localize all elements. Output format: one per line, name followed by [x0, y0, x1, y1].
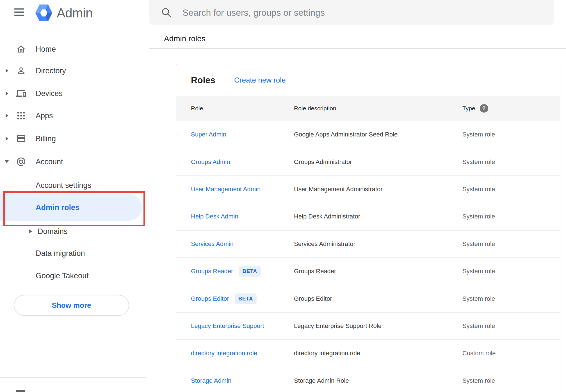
expand-arrow-icon[interactable] [6, 92, 8, 95]
sidebar-item-devices[interactable]: Devices [0, 86, 144, 101]
app-title: Admin [57, 4, 93, 21]
help-icon[interactable]: ? [480, 104, 488, 113]
role-description: directory integration role [294, 350, 360, 357]
at-sign-icon [16, 157, 26, 167]
home-icon [16, 44, 26, 54]
role-link[interactable]: Services Admin [191, 240, 234, 248]
role-type: System role [462, 377, 495, 384]
table-row: Groups Reader BETA Groups Reader System … [176, 258, 560, 285]
sidebar-item-label: Account [36, 158, 63, 166]
devices-icon [16, 88, 26, 99]
sidebar-item-admin-roles[interactable]: Admin roles [0, 200, 144, 215]
role-link[interactable]: Storage Admin [191, 377, 231, 384]
expand-arrow-icon[interactable] [6, 137, 8, 141]
sidebar-item-label: Domains [38, 227, 68, 236]
column-header-description: Role description [294, 105, 336, 112]
sidebar-item-google-takeout[interactable]: Google Takeout [0, 269, 144, 283]
role-description: Groups Reader [294, 268, 336, 275]
admin-console-page: Admin Home Directory Devices Apps [0, 0, 566, 392]
sidebar-item-domains[interactable]: Domains [0, 224, 144, 238]
person-icon [16, 66, 26, 76]
sidebar-item-label: Home [36, 45, 56, 54]
role-description: Storage Admin Role [294, 377, 349, 384]
sidebar-item-label: Data migration [36, 249, 85, 258]
role-type: System role [462, 322, 495, 330]
roles-card: Roles Create new role Role Role descript… [176, 64, 560, 392]
show-more-button[interactable]: Show more [14, 295, 129, 316]
table-header-row: Role Role description Type ? [176, 96, 560, 121]
sidebar-item-apps[interactable]: Apps [0, 109, 144, 123]
sidebar-item-label: Devices [36, 89, 63, 98]
apps-grid-icon [16, 111, 26, 121]
search-input[interactable] [182, 0, 537, 25]
sidebar-item-label: Admin roles [36, 203, 79, 212]
sidebar-item-home[interactable]: Home [0, 42, 144, 56]
role-link[interactable]: Groups Admin [191, 158, 230, 166]
table-row: Groups Editor BETA Groups Editor System … [176, 285, 560, 312]
role-link[interactable]: User Management Admin [191, 186, 261, 193]
role-description: Legacy Enterprise Support Role [294, 322, 382, 330]
sidebar-item-data-migration[interactable]: Data migration [0, 246, 144, 260]
table-row: Help Desk Admin Help Desk Administrator … [176, 203, 560, 230]
table-row: User Management Admin User Management Ad… [176, 176, 560, 203]
table-row: Legacy Enterprise Support Legacy Enterpr… [176, 313, 560, 340]
collapse-arrow-icon[interactable] [5, 160, 9, 163]
search-icon [161, 7, 172, 18]
hamburger-menu-icon[interactable] [14, 8, 24, 16]
role-type: System role [462, 268, 495, 275]
role-type: System role [462, 158, 495, 166]
table-row: Super Admin Google Apps Administrator Se… [176, 121, 560, 148]
card-title: Roles [191, 75, 215, 85]
table-row: Services Admin Services Administrator Sy… [176, 231, 560, 258]
role-type: System role [462, 295, 495, 302]
cutoff-sidebar-icon [16, 390, 25, 392]
sidebar-item-account-settings[interactable]: Account settings [0, 178, 144, 192]
beta-badge: BETA [235, 293, 257, 304]
role-type: System role [462, 131, 495, 138]
table-row: Groups Admin Groups Administrator System… [176, 148, 560, 176]
breadcrumb: Admin roles [164, 33, 206, 44]
role-description: Services Administrator [294, 240, 355, 248]
sidebar-item-label: Apps [36, 111, 53, 120]
role-description: Help Desk Administrator [294, 213, 360, 220]
expand-arrow-icon[interactable] [6, 114, 8, 118]
sidebar-item-account[interactable]: Account [0, 155, 144, 169]
role-link[interactable]: Groups Reader [191, 268, 233, 275]
sidebar-item-billing[interactable]: Billing [0, 132, 144, 146]
sidebar-item-directory[interactable]: Directory [0, 64, 144, 78]
role-type: Custom role [462, 350, 496, 357]
beta-badge: BETA [239, 266, 261, 277]
role-link[interactable]: directory integration role [191, 350, 257, 357]
header-divider [149, 48, 566, 49]
role-description: Google Apps Administrator Seed Role [294, 131, 398, 138]
table-row: directory integration role directory int… [176, 340, 560, 367]
role-description: Groups Editor [294, 295, 332, 302]
credit-card-icon [16, 134, 26, 144]
roles-card-titlebar: Roles Create new role [176, 64, 560, 96]
column-header-role: Role [191, 105, 203, 112]
admin-hexagon-logo-icon [35, 4, 52, 21]
sidebar-item-label: Billing [36, 135, 56, 143]
search-bar[interactable] [149, 0, 554, 25]
role-link[interactable]: Groups Editor [191, 295, 229, 302]
create-new-role-link[interactable]: Create new role [234, 76, 286, 85]
role-description: User Management Administrator [294, 186, 382, 193]
role-link[interactable]: Super Admin [191, 131, 226, 138]
expand-arrow-icon[interactable] [6, 69, 8, 73]
column-header-type-label: Type [462, 105, 475, 112]
role-link[interactable]: Help Desk Admin [191, 213, 238, 220]
sidebar-divider [0, 377, 146, 378]
sidebar-item-label: Directory [36, 67, 66, 75]
table-row: Storage Admin Storage Admin Role System … [176, 367, 560, 392]
role-type: System role [462, 213, 495, 220]
sidebar-item-label: Account settings [36, 181, 91, 190]
sidebar-item-label: Google Takeout [36, 272, 89, 280]
role-description: Groups Administrator [294, 158, 352, 166]
role-type: System role [462, 240, 495, 248]
role-type: System role [462, 186, 495, 193]
expand-arrow-icon[interactable] [29, 229, 32, 233]
role-link[interactable]: Legacy Enterprise Support [191, 322, 264, 330]
column-header-type: Type ? [462, 104, 488, 113]
